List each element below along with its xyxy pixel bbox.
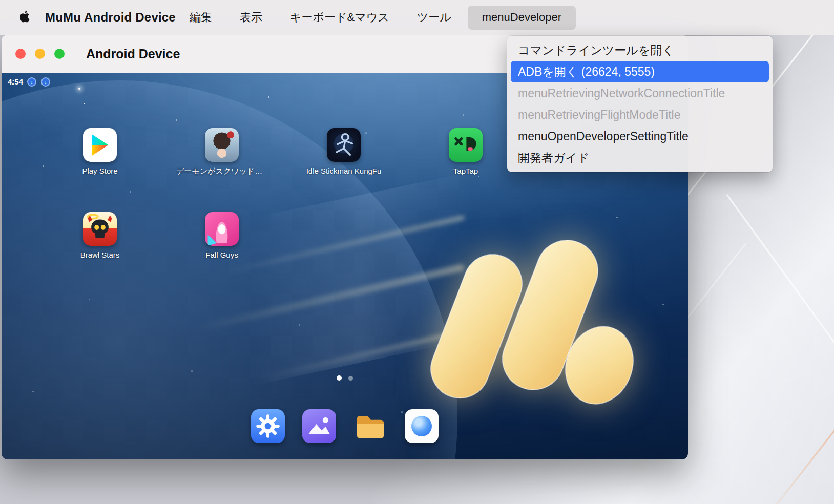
demon-squad-game-icon	[205, 128, 239, 162]
status-time: 4:54	[8, 77, 23, 86]
dock	[251, 409, 439, 443]
menubar-app-name[interactable]: MuMu Android Device	[45, 10, 176, 25]
app-play-store[interactable]: Play Store	[54, 128, 146, 175]
browser-globe	[411, 416, 432, 436]
download-badge-icon[interactable]: ↓	[27, 77, 36, 87]
menu-item-open-command-line-tool[interactable]: コマンドラインツールを開く	[511, 39, 769, 61]
menubar-item-developer[interactable]: menuDeveloper	[468, 6, 576, 30]
idle-stickman-kungfu-icon	[327, 128, 361, 162]
app-brawl-stars[interactable]: Brawl Stars	[54, 212, 146, 259]
menubar-item-edit[interactable]: 編集	[176, 0, 226, 35]
app-label: TapTap	[453, 166, 478, 175]
browser-icon[interactable]	[405, 409, 439, 443]
settings-icon[interactable]	[251, 409, 285, 443]
menu-item-open-developer-setting[interactable]: menuOpenDeveloperSettingTitle	[511, 125, 769, 147]
brawl-stars-icon	[83, 212, 117, 246]
app-label: Fall Guys	[205, 250, 238, 259]
mumu-logo	[419, 190, 634, 431]
menu-item-retrieving-flight-mode: menuRetrievingFlightModeTitle	[511, 104, 769, 125]
minimize-button[interactable]	[35, 49, 45, 59]
apple-menu[interactable]	[19, 10, 31, 26]
menubar-item-keyboard-mouse[interactable]: キーボード&マウス	[276, 0, 403, 35]
page-dot-active[interactable]	[337, 375, 342, 381]
menu-item-developer-guide[interactable]: 開発者ガイド	[511, 147, 769, 169]
play-store-icon	[83, 128, 117, 162]
developer-menu-dropdown: コマンドラインツールを開く ADBを開く (26624, 5555) menuR…	[507, 36, 773, 172]
app-label: Brawl Stars	[80, 250, 120, 259]
app-idle-stickman-kungfu[interactable]: Idle Stickman KungFu	[298, 128, 390, 175]
page-indicator	[337, 375, 353, 381]
menubar: MuMu Android Device 編集 表示 キーボード&マウス ツール …	[0, 0, 834, 35]
gallery-icon[interactable]	[302, 409, 336, 443]
apple-icon	[19, 10, 31, 26]
menubar-item-view[interactable]: 表示	[226, 0, 276, 35]
files-icon[interactable]	[353, 409, 387, 443]
app-taptap[interactable]: TapTap	[420, 128, 512, 175]
app-label: デーモンがスクワッドを組む...	[176, 166, 267, 176]
zoom-button[interactable]	[54, 49, 65, 59]
app-demon-squad[interactable]: デーモンがスクワッドを組む...	[176, 128, 268, 176]
menu-item-open-adb[interactable]: ADBを開く (26624, 5555)	[511, 61, 769, 82]
window-title: Android Device	[86, 47, 180, 61]
app-label: Idle Stickman KungFu	[306, 166, 382, 175]
app-label: Play Store	[82, 166, 117, 175]
close-button[interactable]	[15, 49, 26, 59]
menubar-item-tools[interactable]: ツール	[403, 0, 465, 35]
download-badge-icon[interactable]: ↓	[41, 77, 50, 87]
menu-item-retrieving-network-connection: menuRetrievingNetworkConnectionTitle	[511, 82, 769, 104]
taptap-icon	[449, 128, 483, 162]
fall-guys-icon	[205, 212, 239, 246]
app-fall-guys[interactable]: Fall Guys	[176, 212, 268, 259]
wallpaper-bright-star	[78, 88, 80, 90]
page-dot-inactive[interactable]	[348, 376, 353, 381]
